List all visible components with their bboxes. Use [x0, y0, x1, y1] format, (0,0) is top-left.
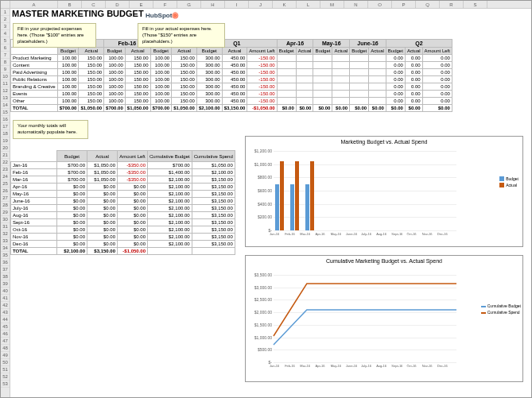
total-row: TOTAL$700.00$1,050.00$700.00$1,050.00$70… — [11, 105, 452, 112]
table-row[interactable]: Aug-16$0.00$0.00$0.00$2,100.00$3,150.00 — [11, 212, 235, 219]
callout-totals: Your monthly totals will automatically p… — [13, 120, 88, 139]
summary-table[interactable]: BudgetActualAmount LeftCumulative Budget… — [10, 150, 235, 255]
line-chart: Cumulative Marketing Budget vs. Actual S… — [245, 255, 523, 382]
sprocket-icon: ◉ — [172, 10, 179, 19]
chart-title: Cumulative Marketing Budget vs. Actual S… — [246, 256, 522, 266]
table-row[interactable]: Sept-16$0.00$0.00$0.00$2,100.00$3,150.00 — [11, 219, 235, 226]
table-row[interactable]: Events100.00150.00100.00150.00100.00150.… — [11, 91, 452, 98]
budget-table[interactable]: Jan-16Feb-16Mar-16Q1Apr-16May-16June-16Q… — [10, 39, 452, 112]
spreadsheet-area[interactable]: MASTER MARKETING BUDGET HubSpot◉ Fill in… — [10, 9, 531, 397]
table-row[interactable]: Other100.00150.00100.00150.00100.00150.0… — [11, 98, 452, 105]
column-headers: ABCDEFGHIJKLMNOPQRS — [1, 1, 531, 9]
table-row[interactable]: Product Marketing100.00150.00100.00150.0… — [11, 55, 452, 62]
table-row[interactable]: Feb-16$700.00$1,050.00-$350.00$1,400.00$… — [11, 169, 235, 176]
table-row[interactable]: July-16$0.00$0.00$0.00$2,100.00$3,150.00 — [11, 205, 235, 212]
table-row[interactable]: June-16$0.00$0.00$0.00$2,100.00$3,150.00 — [11, 198, 235, 205]
row-numbers: 1234567891011121314151617181920212223242… — [1, 9, 10, 397]
table-row[interactable]: Mar-16$700.00$1,050.00-$350.00$2,100.00$… — [11, 176, 235, 184]
chart-title: Marketing Budget vs. Actual Spend — [246, 137, 522, 147]
callout-actual: Fill in your actual expenses here. (Thos… — [138, 23, 225, 48]
table-row[interactable]: Oct-16$0.00$0.00$0.00$2,100.00$3,150.00 — [11, 226, 235, 234]
table-row[interactable]: May-16$0.00$0.00$0.00$2,100.00$3,150.00 — [11, 191, 235, 198]
table-row[interactable]: Jan-16$700.00$1,050.00-$350.00$700.00$1,… — [11, 162, 235, 169]
table-row[interactable]: Paid Advertising100.00150.00100.00150.00… — [11, 69, 452, 76]
callout-projected: Fill in your projected expenses here. (T… — [13, 23, 96, 48]
hubspot-logo: HubSpot◉ — [146, 10, 179, 19]
bar-chart: Marketing Budget vs. Actual Spend$-$200.… — [245, 136, 523, 247]
table-row[interactable]: Dec-16$0.00$0.00$0.00$2,100.00$3,150.00 — [11, 241, 235, 248]
table-row[interactable]: Apr-16$0.00$0.00$0.00$2,100.00$3,150.00 — [11, 184, 235, 191]
table-row[interactable]: Content100.00150.00100.00150.00100.00150… — [11, 62, 452, 69]
table-row[interactable]: Branding & Creative100.00150.00100.00150… — [11, 83, 452, 91]
table-row[interactable]: Public Relations100.00150.00100.00150.00… — [11, 76, 452, 83]
table-row[interactable]: Nov-16$0.00$0.00$0.00$2,100.00$3,150.00 — [11, 234, 235, 241]
page-title: MASTER MARKETING BUDGET — [12, 9, 144, 18]
total-row: TOTAL$2,100.00$3,150.00-$1,050.00 — [11, 248, 235, 255]
